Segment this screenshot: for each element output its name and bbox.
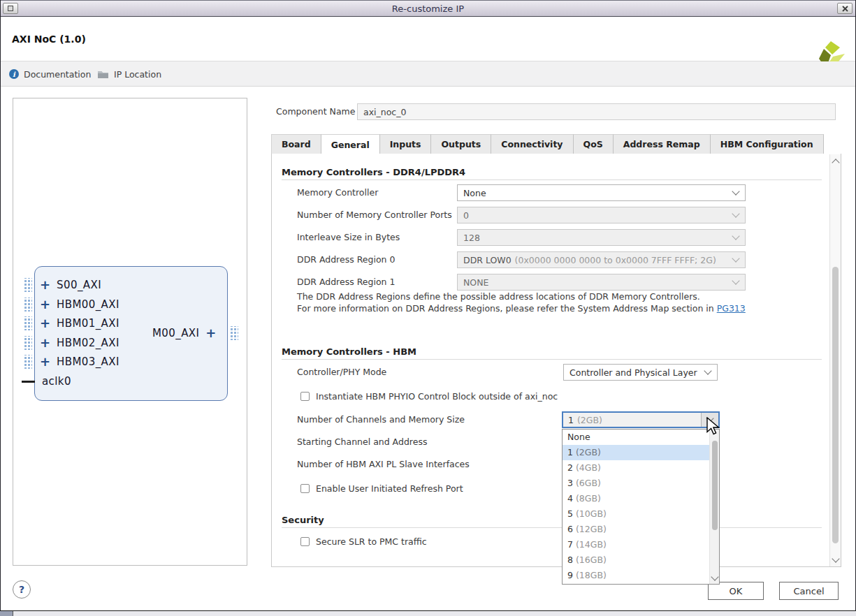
channels-memory-size-select[interactable]: 1 (2GB) (562, 411, 720, 428)
expand-plus-icon[interactable]: + (40, 355, 50, 368)
divider (282, 527, 822, 528)
combo-value: 1 (568, 415, 574, 425)
mouse-cursor (706, 417, 722, 437)
combo-value: NONE (463, 277, 488, 288)
ddr-region0-select: DDR LOW0 (0x0000 0000 0000 to 0x0000 7FF… (457, 251, 746, 268)
ports-count-select: 0 (457, 207, 746, 223)
window-edge (0, 0, 1, 611)
help-button[interactable]: ? (13, 580, 31, 599)
port-stub-icon (23, 336, 32, 350)
ddr-region1-label: DDR Address Region 1 (297, 277, 395, 288)
chevron-down-icon (727, 185, 745, 200)
content-scrollbar[interactable] (829, 154, 841, 566)
clock-stub (22, 381, 35, 383)
dropdown-option[interactable]: 6(12GB) (563, 522, 719, 537)
expand-plus-icon[interactable]: + (40, 298, 50, 311)
dialog-header: AXI NoC (1.0) (1, 17, 855, 61)
tab-qos[interactable]: QoS (574, 134, 614, 154)
title-bar: Re-customize IP (0, 0, 856, 17)
cancel-button[interactable]: Cancel (779, 582, 839, 600)
memory-controller-label: Memory Controller (297, 187, 378, 198)
tab-connectivity[interactable]: Connectivity (491, 134, 573, 154)
phy-mode-select[interactable]: Controller and Physical Layer (563, 364, 718, 381)
ddr-region0-label: DDR Address Region 0 (297, 254, 395, 265)
folder-icon (97, 69, 109, 79)
ip-location-label: IP Location (114, 69, 161, 80)
divider (282, 179, 822, 180)
recustomize-ip-dialog: Re-customize IP AXI NoC (1.0) i Document… (0, 0, 856, 616)
combo-value: None (463, 188, 486, 198)
dropdown-option[interactable]: 8(16GB) (563, 552, 719, 568)
dropdown-option[interactable]: 9(18GB) (563, 568, 719, 583)
block-diagram-panel: + S00_AXI + HBM00_AXI + HBM01_AXI + HBM0… (13, 98, 247, 566)
expand-plus-icon[interactable]: + (40, 317, 50, 330)
port-stub-icon (23, 355, 32, 369)
chevron-down-icon (727, 274, 745, 290)
scrollbar-thumb[interactable] (832, 267, 839, 543)
port-stub-icon (23, 316, 32, 330)
expand-plus-icon[interactable]: + (40, 337, 50, 349)
tab-board[interactable]: Board (271, 134, 321, 154)
user-refresh-checkbox[interactable]: Enable User Initiated Refresh Port (300, 483, 463, 494)
port-stub-icon (23, 278, 32, 292)
ddr-region1-select: NONE (457, 274, 746, 291)
interleave-size-select: 128 (457, 229, 746, 246)
chevron-down-icon (727, 230, 745, 245)
port-hbm00-axi[interactable]: + HBM00_AXI (40, 298, 119, 311)
combo-value: Controller and Physical Layer (570, 367, 697, 378)
pg313-link[interactable]: PG313 (717, 303, 746, 314)
popup-scrollbar-thumb[interactable] (712, 441, 718, 530)
tab-hbm-configuration[interactable]: HBM Configuration (711, 134, 824, 154)
port-m00-axi[interactable]: M00_AXI + (152, 326, 216, 340)
popup-scroll-down-icon[interactable] (710, 573, 719, 583)
component-name-input[interactable] (357, 103, 836, 120)
scroll-up-icon[interactable] (830, 156, 841, 166)
tab-address-remap[interactable]: Address Remap (614, 134, 711, 154)
ip-title: AXI NoC (1.0) (12, 34, 86, 45)
divider (282, 359, 822, 360)
tab-general[interactable]: General (321, 134, 380, 155)
channels-dropdown-popup: None 1(2GB) 2(4GB) 3(6GB) 4(8GB) 5(10GB)… (562, 429, 720, 585)
dropdown-option[interactable]: None (563, 430, 719, 445)
scroll-down-icon[interactable] (830, 555, 841, 565)
chevron-down-icon (727, 252, 745, 267)
port-hbm02-axi[interactable]: + HBM02_AXI (40, 336, 119, 350)
tab-inputs[interactable]: Inputs (380, 134, 432, 154)
dropdown-option[interactable]: 2(4GB) (563, 460, 719, 476)
ports-count-label: Number of Memory Controller Ports (297, 210, 452, 221)
checkbox-icon (300, 392, 310, 401)
dropdown-option[interactable]: 4(8GB) (563, 491, 719, 506)
dropdown-option-selected[interactable]: 1(2GB) (563, 445, 719, 460)
starting-channel-label: Starting Channel and Address (297, 437, 427, 448)
port-hbm01-axi[interactable]: + HBM01_AXI (40, 316, 119, 330)
interleave-size-label: Interleave Size in Bytes (297, 232, 400, 243)
ip-location-button[interactable]: IP Location (97, 61, 161, 87)
secure-slr-checkbox[interactable]: Secure SLR to PMC traffic (300, 536, 427, 547)
close-button[interactable] (837, 3, 853, 14)
documentation-button[interactable]: i Documentation (9, 61, 91, 87)
hbm-slave-interfaces-label: Number of HBM AXI PL Slave Interfaces (297, 459, 470, 470)
section-title-ddr: Memory Controllers - DDR4/LPDDR4 (282, 167, 465, 177)
combo-value: DDR LOW0 (463, 255, 512, 265)
combo-value-suffix: (2GB) (577, 415, 602, 425)
instantiate-hbm-phyio-checkbox[interactable]: Instantiate HBM PHYIO Control Block outs… (300, 391, 558, 402)
dropdown-option[interactable]: 5(10GB) (563, 506, 719, 522)
checkbox-icon (300, 484, 310, 493)
expand-plus-icon[interactable]: + (40, 279, 50, 291)
dropdown-option[interactable]: 7(14GB) (563, 537, 719, 552)
port-hbm03-axi[interactable]: + HBM03_AXI (40, 355, 119, 369)
component-name-label: Component Name (276, 103, 355, 120)
port-s00-axi[interactable]: + S00_AXI (40, 278, 101, 292)
tab-outputs[interactable]: Outputs (431, 134, 491, 154)
info-icon: i (9, 69, 19, 79)
port-aclk0[interactable]: aclk0 (42, 374, 71, 388)
memory-controller-select[interactable]: None (457, 184, 746, 201)
window-title: Re-customize IP (0, 3, 856, 14)
expand-plus-icon[interactable]: + (205, 327, 216, 339)
port-stub-icon (23, 298, 32, 311)
toolbar: i Documentation IP Location (1, 61, 855, 87)
popup-scrollbar[interactable] (709, 430, 719, 584)
dropdown-option[interactable]: 3(6GB) (563, 476, 719, 491)
checkbox-icon (300, 537, 310, 546)
close-icon (842, 6, 848, 12)
